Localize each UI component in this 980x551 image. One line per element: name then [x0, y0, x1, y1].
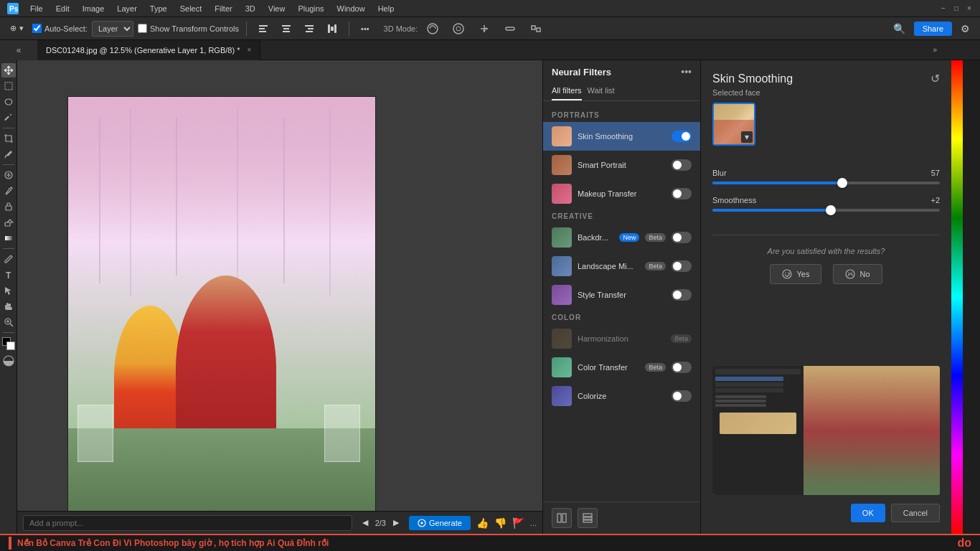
tab-close-button[interactable]: × — [247, 46, 251, 54]
toggle-smart-portrait[interactable] — [672, 159, 692, 171]
filter-skin-smoothing[interactable]: Skin Smoothing — [543, 122, 700, 151]
ok-button[interactable]: OK — [851, 504, 885, 522]
filter-harmonization[interactable]: Harmonization Beta — [543, 324, 700, 353]
smoothness-slider-track[interactable] — [712, 209, 940, 212]
toggle-makeup-transfer[interactable] — [672, 188, 692, 199]
3d-rotate-button[interactable] — [422, 21, 443, 37]
thumbs-up-icon[interactable]: 👍 — [476, 517, 489, 529]
active-tab[interactable]: DSC01248.jpg @ 12.5% (Generative Layer 1… — [37, 40, 260, 60]
3d-pan-button[interactable] — [473, 21, 495, 37]
toggle-backdrop[interactable] — [672, 232, 692, 243]
filter-makeup-transfer[interactable]: Makeup Transfer — [543, 179, 700, 208]
tool-pen[interactable] — [1, 252, 16, 266]
menu-image[interactable]: Image — [77, 3, 110, 14]
tool-crop[interactable] — [1, 131, 16, 146]
reset-button[interactable]: ↺ — [930, 72, 940, 85]
3d-scale-button[interactable] — [525, 21, 547, 37]
tool-eyedropper[interactable] — [1, 147, 16, 161]
tab-all-filters[interactable]: All filters — [552, 83, 582, 100]
share-button[interactable]: Share — [914, 22, 952, 36]
next-generation-button[interactable]: ▶ — [389, 515, 403, 531]
menu-file[interactable]: File — [24, 3, 49, 14]
tool-wand[interactable] — [1, 110, 16, 125]
toggle-colorize[interactable] — [672, 390, 692, 402]
foreground-background-colors[interactable] — [2, 337, 15, 350]
prompt-input[interactable] — [23, 515, 352, 531]
toggle-landscape[interactable] — [672, 260, 692, 272]
menu-plugins[interactable]: Plugins — [292, 3, 329, 14]
transform-checkbox[interactable]: Show Transform Controls — [138, 24, 239, 33]
move-tool-button[interactable]: ⊕ ▾ — [6, 21, 28, 37]
quick-mask-mode[interactable] — [2, 354, 15, 367]
selected-face-thumbnail[interactable]: ▾ — [712, 103, 755, 146]
filter-style-transfer[interactable]: Style Transfer — [543, 281, 700, 309]
blur-slider-thumb[interactable] — [837, 178, 847, 188]
tool-gradient[interactable] — [1, 231, 16, 245]
tabs-collapse-icon[interactable]: « — [17, 45, 22, 55]
panels-collapse-button[interactable]: » — [933, 46, 943, 54]
tool-select-direct[interactable] — [1, 283, 16, 298]
menu-edit[interactable]: Edit — [50, 3, 75, 14]
toggle-color-transfer[interactable] — [672, 362, 692, 373]
distribute-button[interactable] — [323, 21, 341, 37]
smoothness-slider-thumb[interactable] — [826, 205, 836, 215]
more-options-button[interactable]: ••• — [357, 21, 374, 37]
auto-select-checkbox[interactable]: Auto-Select: — [32, 24, 88, 33]
neural-filters-menu-button[interactable]: ••• — [681, 66, 692, 77]
align-center-button[interactable] — [277, 21, 296, 37]
filter-colorize[interactable]: Colorize — [543, 382, 700, 410]
prev-generation-button[interactable]: ◀ — [358, 515, 372, 531]
menu-window[interactable]: Window — [331, 3, 371, 14]
align-right-button[interactable] — [300, 21, 319, 37]
tool-healing[interactable] — [1, 168, 16, 182]
align-left-button[interactable] — [254, 21, 273, 37]
minimize-button[interactable]: − — [938, 4, 948, 14]
flag-icon[interactable]: 🚩 — [512, 517, 524, 529]
tool-brush[interactable] — [1, 184, 16, 198]
prompt-more-button[interactable]: ... — [530, 519, 537, 527]
generate-button[interactable]: Generate — [409, 516, 471, 530]
tool-zoom[interactable] — [1, 315, 16, 329]
menu-view[interactable]: View — [263, 3, 291, 14]
settings-button[interactable]: ⚙ — [956, 21, 974, 37]
settings-footer: OK Cancel — [712, 366, 940, 522]
3d-orbit-button[interactable] — [448, 21, 469, 37]
tool-hand[interactable] — [1, 299, 16, 314]
filter-smart-portrait[interactable]: Smart Portrait — [543, 151, 700, 179]
tool-eraser[interactable] — [1, 215, 16, 230]
blur-slider-track[interactable] — [712, 182, 940, 184]
menu-layer[interactable]: Layer — [111, 3, 143, 14]
tool-marquee[interactable] — [1, 79, 16, 93]
yes-button[interactable]: Yes — [770, 264, 821, 284]
neural-stack-btn[interactable] — [578, 508, 598, 528]
menu-3d[interactable]: 3D — [240, 3, 261, 14]
color-picker-bar[interactable] — [951, 60, 963, 534]
3d-slide-button[interactable] — [499, 21, 521, 37]
menu-type[interactable]: Type — [144, 3, 173, 14]
tool-stamp[interactable] — [1, 199, 16, 214]
menu-select[interactable]: Select — [174, 3, 208, 14]
tool-lasso[interactable] — [1, 95, 16, 109]
search-button[interactable]: 🔍 — [889, 23, 910, 34]
no-button[interactable]: No — [833, 264, 882, 284]
tool-move[interactable] — [1, 63, 16, 77]
toggle-style-transfer[interactable] — [672, 289, 692, 301]
toggle-skin-smoothing[interactable] — [672, 131, 692, 142]
neural-layout-btn[interactable] — [552, 508, 572, 528]
tool-divider-4 — [3, 332, 14, 333]
tool-text[interactable]: T — [1, 268, 16, 282]
layer-select[interactable]: Layer — [92, 21, 133, 37]
face-dropdown-button[interactable]: ▾ — [741, 131, 753, 143]
filter-color-transfer[interactable]: Color Transfer Beta — [543, 353, 700, 382]
filter-landscape[interactable]: Landscape Mi... Beta — [543, 252, 700, 281]
thumbs-down-icon[interactable]: 👎 — [494, 517, 507, 529]
tab-wait-list[interactable]: Wait list — [588, 83, 615, 100]
svg-point-15 — [453, 24, 463, 34]
filter-backdrop[interactable]: Backdr... New Beta — [543, 223, 700, 252]
filter-thumb-colorize — [552, 386, 572, 406]
menu-help[interactable]: Help — [372, 3, 400, 14]
menu-filter[interactable]: Filter — [209, 3, 237, 14]
maximize-button[interactable]: □ — [951, 4, 961, 14]
close-button[interactable]: × — [964, 4, 974, 14]
cancel-button[interactable]: Cancel — [891, 504, 940, 522]
